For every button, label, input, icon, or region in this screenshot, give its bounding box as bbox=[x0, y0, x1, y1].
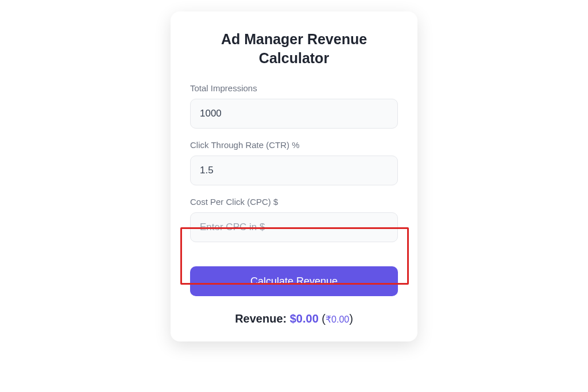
impressions-label: Total Impressions bbox=[190, 83, 398, 93]
cpc-label: Cost Per Click (CPC) $ bbox=[190, 197, 398, 207]
page-title: Ad Manager Revenue Calculator bbox=[187, 30, 401, 67]
impressions-input[interactable] bbox=[190, 99, 398, 129]
impressions-field: Total Impressions bbox=[187, 83, 401, 129]
revenue-usd: $0.00 bbox=[290, 312, 319, 325]
calculator-card: Ad Manager Revenue Calculator Total Impr… bbox=[171, 11, 417, 341]
ctr-label: Click Through Rate (CTR) % bbox=[190, 140, 398, 150]
calculate-button[interactable]: Calculate Revenue bbox=[190, 266, 398, 296]
paren-close: ) bbox=[349, 312, 353, 325]
revenue-inr: ₹0.00 bbox=[326, 315, 349, 324]
cpc-input[interactable] bbox=[190, 212, 398, 242]
ctr-field: Click Through Rate (CTR) % bbox=[187, 140, 401, 185]
revenue-label: Revenue: bbox=[235, 312, 290, 325]
ctr-input[interactable] bbox=[190, 156, 398, 185]
revenue-result: Revenue: $0.00 (₹0.00) bbox=[187, 312, 401, 325]
cpc-field: Cost Per Click (CPC) $ bbox=[187, 197, 401, 242]
